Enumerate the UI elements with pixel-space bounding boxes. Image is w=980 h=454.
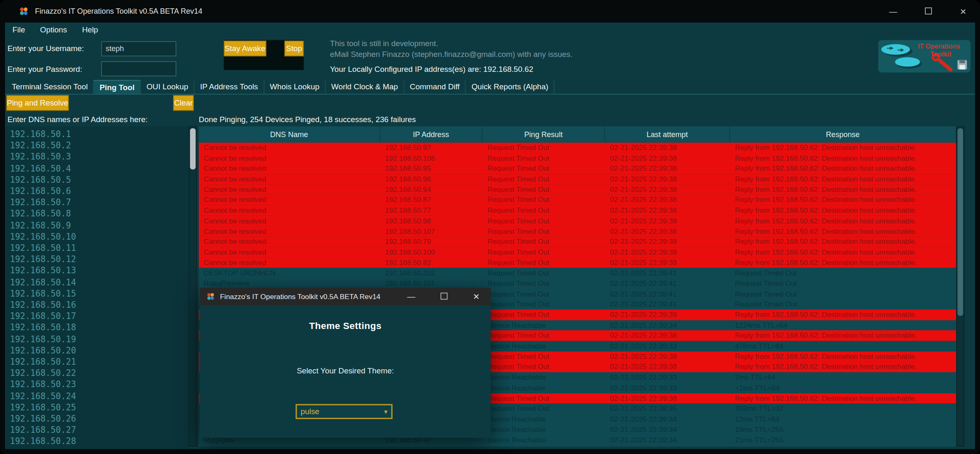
table-scrollbar-thumb[interactable] bbox=[958, 128, 963, 316]
cell-dns: Cannot be resolved bbox=[199, 142, 380, 153]
menu-item[interactable]: Options bbox=[40, 26, 67, 34]
cell-last-attempt: 02-21-2025 22:39:33 bbox=[605, 341, 730, 351]
table-row[interactable]: RokuPremiere 192.168.50.101 Request Time… bbox=[199, 278, 956, 289]
dns-input-area[interactable]: 192.168.50.1192.168.50.2192.168.50.3192.… bbox=[5, 126, 189, 449]
table-header-cell[interactable]: DNS Name bbox=[199, 126, 380, 142]
ip-list-item: 192.168.50.17 bbox=[10, 310, 189, 321]
minimize-icon[interactable]: — bbox=[885, 7, 901, 16]
ip-list-item: 192.168.50.22 bbox=[10, 367, 189, 378]
cell-response: Reply from 192.168.50.62: Destination ho… bbox=[730, 226, 956, 236]
cell-response: Reply from 192.168.50.62: Destination ho… bbox=[730, 164, 956, 174]
table-row[interactable]: Cannot be resolved 192.168.50.77 Request… bbox=[199, 205, 956, 216]
stay-awake-button[interactable]: Stay Awake bbox=[224, 41, 266, 56]
window-titlebar: Finazzo's IT Operations Toolkit v0.5A BE… bbox=[0, 0, 980, 22]
cell-last-attempt: 02-21-2025 22:39:38 bbox=[605, 351, 730, 362]
password-input[interactable] bbox=[101, 61, 176, 76]
menu-item[interactable]: Help bbox=[82, 26, 98, 34]
cell-dns: RokuPremiere bbox=[199, 278, 380, 289]
stop-button[interactable]: Stop bbox=[284, 41, 304, 56]
cell-result: Request Timed Out bbox=[482, 309, 605, 320]
table-header-cell[interactable]: Last attempt bbox=[605, 126, 730, 142]
cell-last-attempt: 02-21-2025 22:39:38 bbox=[605, 184, 730, 195]
cell-dns: DESKTOP-UR2NHCN bbox=[199, 268, 380, 278]
cell-response: Reply from 192.168.50.62: Destination ho… bbox=[730, 393, 956, 403]
dev-note-line2: eMail Stephen Finazzo (stephen.finazzo@g… bbox=[330, 50, 572, 59]
table-row[interactable]: Cannot be resolved 192.168.50.97 Request… bbox=[199, 142, 956, 153]
cell-dns: Cannot be resolved bbox=[199, 226, 380, 236]
cell-dns: Cannot be resolved bbox=[199, 164, 380, 174]
username-input[interactable] bbox=[101, 41, 176, 56]
clear-button[interactable]: Clear bbox=[173, 95, 194, 111]
cell-response: Reply from 192.168.50.62: Destination ho… bbox=[730, 205, 956, 216]
dialog-maximize-icon[interactable] bbox=[436, 292, 452, 301]
table-row[interactable]: Cannot be resolved 192.168.50.79 Request… bbox=[199, 236, 956, 247]
table-row[interactable]: Cannot be resolved 192.168.50.82 Request… bbox=[199, 258, 956, 268]
cell-dns: Cannot be resolved bbox=[199, 195, 380, 205]
cell-response: Reply from 192.168.50.62: Destination ho… bbox=[730, 236, 956, 247]
theme-settings-dialog: Finazzo's IT Operations Toolkit v0.5A BE… bbox=[200, 288, 491, 438]
cell-result: Request Timed Out bbox=[482, 205, 605, 216]
ip-list-item: 192.168.50.20 bbox=[10, 344, 189, 356]
ip-list-item: 192.168.50.27 bbox=[10, 424, 189, 435]
table-row[interactable]: Cannot be resolved 192.168.50.106 Reques… bbox=[199, 153, 956, 163]
table-row[interactable]: Cannot be resolved 192.168.50.98 Request… bbox=[199, 216, 956, 226]
ip-list-item: 192.168.50.14 bbox=[10, 276, 189, 287]
tab-item[interactable]: OUI Lookup bbox=[141, 80, 194, 94]
table-row[interactable]: Cannot be resolved 192.168.50.107 Reques… bbox=[199, 226, 956, 236]
cell-last-attempt: 02-21-2025 22:39:41 bbox=[605, 278, 730, 289]
tab-item[interactable]: Whois Lookup bbox=[264, 80, 326, 94]
ip-list-item: 192.168.50.28 bbox=[10, 436, 189, 447]
ip-list-item: 192.168.50.23 bbox=[10, 379, 189, 390]
table-header-cell[interactable]: Ping Result bbox=[482, 126, 605, 142]
cell-response: Request Timed Out bbox=[730, 278, 956, 289]
dialog-app-icon bbox=[206, 292, 215, 301]
table-header-cell[interactable]: Response bbox=[730, 126, 956, 142]
table-row[interactable]: Cannot be resolved 192.168.50.100 Reques… bbox=[199, 247, 956, 258]
maximize-icon[interactable] bbox=[920, 7, 936, 16]
ip-list-scrollbar-thumb[interactable] bbox=[190, 128, 196, 169]
ip-list-item: 192.168.50.21 bbox=[10, 356, 189, 367]
table-header-cell[interactable]: IP Address bbox=[380, 126, 482, 142]
cell-last-attempt: 02-21-2025 22:39:38 bbox=[605, 362, 730, 372]
cell-result: Device Reachable bbox=[482, 435, 605, 445]
app-icon bbox=[19, 6, 29, 16]
table-header-row: DNS NameIP AddressPing ResultLast attemp… bbox=[199, 126, 956, 142]
cell-result: Device Reachable bbox=[482, 372, 605, 383]
cell-response: 476ms TTL=64 bbox=[730, 341, 956, 351]
theme-select[interactable]: pulse ▾ bbox=[296, 404, 392, 419]
tab-item[interactable]: Command Diff bbox=[404, 80, 466, 94]
tab-item[interactable]: Quick Reports (Alpha) bbox=[466, 80, 555, 94]
cell-last-attempt: 02-21-2025 22:39:38 bbox=[605, 393, 730, 403]
tab-item[interactable]: Terminal Session Tool bbox=[6, 80, 94, 94]
cell-last-attempt: 02-21-2025 22:39:34 bbox=[605, 320, 730, 330]
menu-item[interactable]: File bbox=[12, 26, 25, 34]
table-scrollbar[interactable] bbox=[956, 126, 965, 447]
ip-list-item: 192.168.50.4 bbox=[10, 162, 189, 174]
close-icon[interactable]: ✕ bbox=[955, 7, 971, 16]
cell-last-attempt: 02-21-2025 22:39:39 bbox=[605, 309, 730, 320]
username-label: Enter your Username: bbox=[7, 44, 84, 53]
ip-list-scrollbar[interactable] bbox=[189, 126, 197, 447]
table-row[interactable]: Cannot be resolved 192.168.50.95 Request… bbox=[199, 164, 956, 174]
cell-last-attempt: 02-21-2025 22:39:38 bbox=[605, 153, 730, 163]
dialog-minimize-icon[interactable]: — bbox=[403, 292, 419, 301]
ping-status-text: Done Pinging, 254 Devices Pinged, 18 suc… bbox=[199, 115, 416, 124]
table-row[interactable]: Cannot be resolved 192.168.50.87 Request… bbox=[199, 195, 956, 205]
cell-ip: 192.168.50.96 bbox=[380, 174, 482, 184]
cell-last-attempt: 02-21-2025 22:39:38 bbox=[605, 226, 730, 236]
table-row[interactable]: Cannot be resolved 192.168.50.94 Request… bbox=[199, 184, 956, 195]
cell-ip: 192.168.50.106 bbox=[380, 153, 482, 163]
cell-last-attempt: 02-21-2025 22:39:38 bbox=[605, 247, 730, 258]
table-row[interactable]: DESKTOP-UR2NHCN 192.168.50.202 Request T… bbox=[199, 268, 956, 278]
app-root: Finazzo's IT Operations Toolkit v0.5A BE… bbox=[0, 0, 980, 454]
tab-item[interactable]: World Clock & Map bbox=[325, 80, 404, 94]
cell-dns: Cannot be resolved bbox=[199, 247, 380, 258]
dialog-close-icon[interactable]: ✕ bbox=[468, 292, 484, 301]
ping-and-resolve-button[interactable]: Ping and Resolve bbox=[6, 95, 69, 111]
tab-item[interactable]: IP Address Tools bbox=[194, 80, 264, 94]
cell-last-attempt: 02-21-2025 22:39:38 bbox=[605, 142, 730, 153]
ip-list-item: 192.168.50.26 bbox=[10, 413, 189, 424]
table-row[interactable]: Cannot be resolved 192.168.50.96 Request… bbox=[199, 174, 956, 184]
tab-item[interactable]: Ping Tool bbox=[94, 80, 141, 94]
cell-last-attempt: 02-21-2025 22:39:41 bbox=[605, 299, 730, 309]
